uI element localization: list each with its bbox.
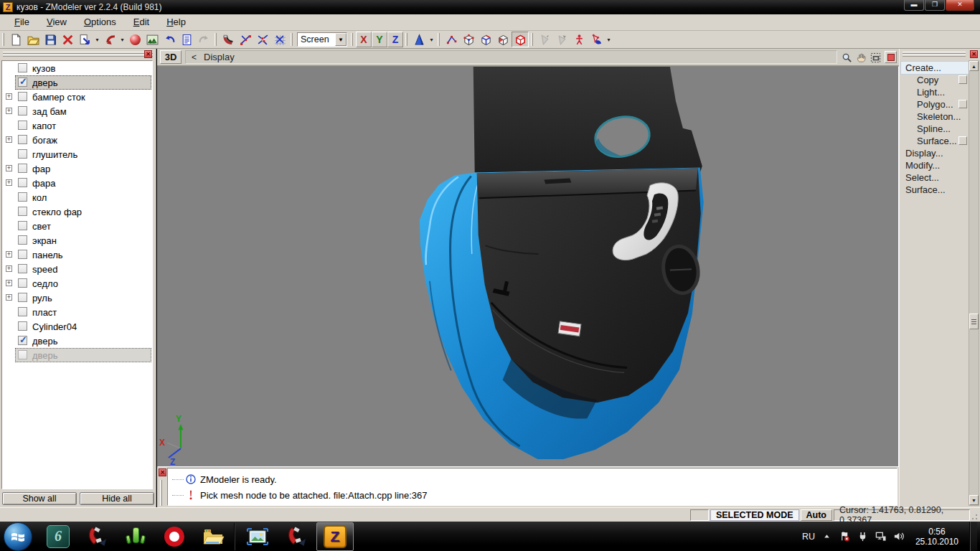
tree-node-row[interactable]: +зад бам: [2, 104, 152, 118]
node-visibility-checkbox[interactable]: [18, 121, 27, 130]
view-capture-icon[interactable]: [869, 51, 882, 64]
node-visibility-checkbox[interactable]: [18, 164, 27, 173]
taskbar-download-master-app[interactable]: [78, 522, 116, 551]
skin-tool-dropdown-icon[interactable]: ▾: [605, 32, 613, 47]
tree-node-row[interactable]: +богаж: [2, 133, 152, 147]
command-item-skeleton[interactable]: Skeleton...: [901, 110, 969, 123]
command-scrollbar[interactable]: ▲ ▼: [969, 60, 979, 506]
taskbar-qip-messenger-app[interactable]: [117, 522, 154, 551]
snap-grid-tool-icon[interactable]: [271, 32, 288, 47]
tree-node-row[interactable]: кол: [2, 190, 152, 204]
node-visibility-checkbox[interactable]: [18, 192, 27, 202]
tree-node-row[interactable]: дверь: [2, 348, 152, 362]
scroll-down-icon[interactable]: ▼: [969, 495, 979, 505]
expand-plus-icon[interactable]: +: [6, 265, 12, 272]
tree-node-row[interactable]: дверь: [2, 334, 152, 348]
command-item-surface[interactable]: Surface...: [901, 135, 969, 147]
level-faces-icon[interactable]: [494, 32, 512, 47]
axis-y-toggle-icon[interactable]: Y: [372, 32, 387, 47]
menu-options[interactable]: Options: [75, 14, 125, 30]
toolbar-grip[interactable]: [291, 33, 293, 46]
minimize-button[interactable]: ▬: [904, 0, 924, 11]
command-option-box[interactable]: [958, 136, 967, 145]
view-mode-combobox[interactable]: Screen▼: [297, 32, 347, 47]
panel-grip[interactable]: [900, 49, 969, 59]
weld-tool-icon[interactable]: [237, 32, 254, 47]
menu-file[interactable]: File: [6, 14, 38, 30]
tree-node-row[interactable]: +фар: [2, 161, 152, 176]
command-item-select[interactable]: Select...: [901, 171, 969, 184]
scroll-up-icon[interactable]: ▲: [969, 61, 979, 71]
attach-tool-icon[interactable]: [220, 32, 237, 47]
node-visibility-checkbox[interactable]: [18, 235, 27, 245]
expand-plus-icon[interactable]: +: [6, 165, 12, 171]
node-visibility-checkbox[interactable]: [18, 92, 27, 101]
network-icon[interactable]: [875, 531, 887, 542]
tree-node-row[interactable]: +фара: [2, 176, 152, 190]
node-visibility-checkbox[interactable]: [18, 77, 27, 87]
toolbar-grip[interactable]: [531, 33, 533, 46]
node-visibility-checkbox[interactable]: [18, 321, 27, 331]
node-visibility-checkbox[interactable]: [18, 178, 27, 187]
restore-button[interactable]: ❐: [925, 0, 945, 11]
node-visibility-checkbox[interactable]: [18, 63, 27, 72]
3d-viewport[interactable]: Y X Z: [157, 66, 899, 467]
toolbar-grip[interactable]: [2, 33, 4, 46]
tree-node-row[interactable]: капот: [2, 118, 152, 133]
combo-dropdown-icon[interactable]: ▼: [335, 33, 347, 46]
expand-plus-icon[interactable]: +: [6, 108, 12, 114]
export-file-icon[interactable]: [76, 32, 93, 47]
save-file-icon[interactable]: [42, 32, 59, 47]
show-desktop-button[interactable]: [969, 522, 977, 551]
tree-node-row[interactable]: Cylinder04: [2, 319, 152, 334]
node-visibility-checkbox[interactable]: [18, 307, 27, 316]
viewport-breadcrumb[interactable]: < Display: [185, 50, 837, 64]
command-item-copy[interactable]: Copy: [901, 74, 969, 86]
node-visibility-checkbox[interactable]: [18, 207, 27, 216]
open-file-icon[interactable]: [24, 32, 42, 47]
show-all-button[interactable]: Show all: [2, 492, 77, 505]
bone-remove-icon[interactable]: [553, 32, 570, 47]
menu-view[interactable]: View: [38, 14, 75, 30]
select-vertices-tool-icon[interactable]: [443, 32, 460, 47]
command-item-surface[interactable]: Surface...: [901, 184, 969, 196]
expand-plus-icon[interactable]: +: [6, 251, 12, 258]
command-item-spline[interactable]: Spline...: [901, 123, 969, 135]
axis-x-toggle-icon[interactable]: X: [356, 32, 372, 47]
maximize-view-button[interactable]: [885, 51, 897, 63]
taskbar-windows-explorer-app[interactable]: [194, 522, 232, 551]
volume-icon[interactable]: [893, 531, 905, 542]
undo-icon[interactable]: [161, 32, 178, 47]
command-item-display[interactable]: Display...: [901, 147, 969, 159]
texture-browser-icon[interactable]: [143, 32, 161, 47]
tree-node-row[interactable]: пласт: [2, 305, 152, 319]
show-hidden-icons-arrow[interactable]: [821, 531, 833, 542]
zoom-view-icon[interactable]: [840, 51, 853, 64]
expand-plus-icon[interactable]: +: [6, 93, 12, 100]
node-visibility-checkbox[interactable]: [18, 106, 27, 116]
new-file-icon[interactable]: [7, 32, 24, 47]
toolbar-grip[interactable]: [351, 33, 353, 46]
node-visibility-checkbox[interactable]: [18, 278, 27, 288]
redo-icon[interactable]: [195, 32, 212, 47]
command-item-modify[interactable]: Modify...: [901, 159, 969, 171]
toolbar-grip[interactable]: [438, 33, 440, 46]
expand-plus-icon[interactable]: +: [6, 280, 12, 286]
level-edges-icon[interactable]: [477, 32, 494, 47]
command-item-create[interactable]: Create...: [901, 62, 969, 74]
tree-node-row[interactable]: +седло: [2, 276, 152, 291]
level-polygons-icon[interactable]: [512, 32, 529, 47]
gizmo-cone-dropdown-icon[interactable]: ▾: [428, 32, 435, 47]
import-file-dropdown-icon[interactable]: ▾: [118, 32, 126, 47]
action-center-flag-icon[interactable]: [839, 531, 851, 542]
tree-node-row[interactable]: +руль: [2, 291, 152, 305]
node-visibility-checkbox[interactable]: [18, 149, 27, 159]
tree-node-row[interactable]: экран: [2, 233, 152, 248]
biped-tool-icon[interactable]: [570, 32, 588, 47]
close-panel-icon[interactable]: ✕: [144, 50, 152, 58]
taskbar-screen-recorder-app[interactable]: 6: [39, 522, 77, 551]
level-vertices-icon[interactable]: [460, 32, 477, 47]
close-panel-icon[interactable]: ✕: [970, 50, 978, 58]
tree-node-row[interactable]: дверь: [2, 75, 152, 90]
tree-node-row[interactable]: кузов: [2, 61, 152, 75]
